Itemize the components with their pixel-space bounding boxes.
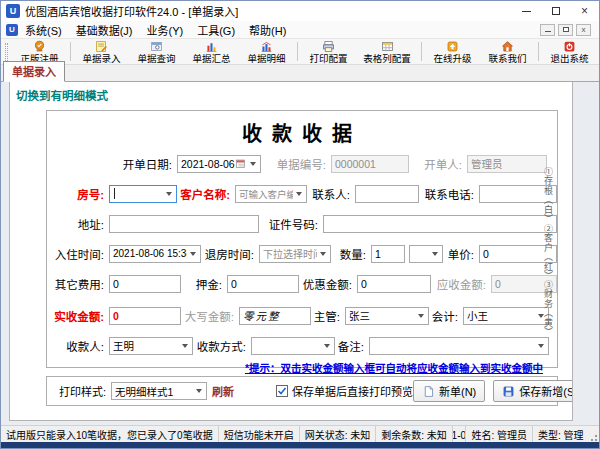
chevron-down-icon[interactable] (535, 338, 547, 354)
save-new-button[interactable]: 保存新增(S) (493, 380, 573, 402)
deposit-field[interactable]: 0 (227, 275, 299, 293)
accountant-combobox[interactable]: 小王 (463, 307, 549, 325)
toolbar-doc-detail-button[interactable]: 单据明细 (239, 39, 294, 64)
auto-preview-checkbox[interactable] (276, 385, 288, 397)
calendar-icon (235, 158, 246, 169)
price-label: 单价: (443, 246, 479, 262)
toolbar-label: 退出系统 (550, 54, 588, 64)
status-gateway: 网关状态: 未知 (300, 426, 377, 442)
mdi-area: 切换到有明细模式 收款收据 开单日期: 2021-08-06 单据编号: 000… (1, 82, 599, 425)
qty-field[interactable]: 1 (371, 245, 405, 263)
received-field[interactable]: 0 (109, 307, 181, 325)
discount-field[interactable]: 0 (357, 275, 431, 293)
toolbar-exit-button[interactable]: 退出系统 (542, 39, 597, 64)
receipt-title: 收款收据 (47, 118, 557, 147)
toolbar-label: 在线升级 (433, 54, 471, 64)
toolbar-grip[interactable] (5, 43, 8, 61)
child-window-icon[interactable]: U (6, 24, 18, 36)
status-bar: 试用版只能录入10笔收据，您已录入了0笔收据 短信功能未开启 网关状态: 未知 … (1, 425, 599, 442)
checkout-combobox[interactable]: 下拉选择时间 (259, 245, 331, 263)
toolbar-doc-query-button[interactable]: 单据查询 (129, 39, 184, 64)
room-no-combobox[interactable] (109, 185, 177, 203)
toolbar-label: 联系我们 (488, 54, 526, 64)
menu-business[interactable]: 业务(Y) (140, 21, 191, 39)
payee-combobox[interactable]: 王明 (109, 337, 193, 355)
toolbar-print-config-button[interactable]: 打印配置 (301, 39, 356, 64)
status-user-type: 类型: 管理 (533, 426, 591, 442)
supervisor-combobox[interactable]: 张三 (345, 307, 429, 325)
chevron-down-icon[interactable] (193, 383, 205, 399)
toolbar: 正版注册 单据录入 单据查询 单据汇总 单据明细 打印配置 表格列配置 (1, 39, 599, 65)
registration-icon (33, 40, 46, 53)
doc-summary-icon (205, 40, 218, 53)
status-remaining: 剩余条数: 未知 (376, 426, 453, 442)
date-dropdown-arrow[interactable] (247, 156, 259, 172)
menu-basic-data[interactable]: 基础数据(J) (69, 21, 140, 39)
app-logo-icon: U (6, 4, 20, 18)
chevron-down-icon[interactable] (293, 186, 305, 202)
open-date-field[interactable]: 2021-08-06 (177, 155, 261, 173)
new-doc-button[interactable]: 新单(N) (413, 380, 485, 402)
discount-label: 优惠金额: (299, 276, 357, 292)
text-caret (114, 188, 115, 199)
status-sms: 短信功能未开启 (219, 426, 300, 442)
maximize-button[interactable] (541, 1, 570, 21)
menu-tools[interactable]: 工具(G) (190, 21, 242, 39)
amount-words-label: 大写金额: (181, 308, 239, 324)
child-minimize-button[interactable] (540, 24, 555, 36)
toolbar-doc-summary-button[interactable]: 单据汇总 (184, 39, 239, 64)
refresh-link[interactable]: 刷新 (212, 383, 234, 399)
remark-combobox[interactable] (369, 337, 549, 355)
close-button[interactable]: × (570, 1, 599, 21)
toolbar-table-columns-button[interactable]: 表格列配置 (356, 39, 418, 64)
child-restore-button[interactable] (558, 24, 573, 36)
receivable-label: 应收金额: (431, 276, 491, 292)
copy-stub-note: ①存根（白） (542, 167, 555, 224)
chevron-down-icon[interactable] (321, 338, 333, 354)
status-trial-info: 试用版只能录入10笔收据，您已录入了0笔收据 (1, 426, 219, 442)
table-columns-icon (381, 40, 394, 53)
chevron-down-icon[interactable] (179, 338, 191, 354)
contact-field[interactable] (355, 185, 419, 203)
qty-unit-combobox[interactable] (409, 245, 443, 263)
remark-label: 备注: (335, 338, 369, 354)
qty-label: 数量: (331, 246, 371, 262)
child-close-button[interactable]: x (576, 24, 591, 36)
switch-mode-link[interactable]: 切换到有明细模式 (10, 82, 108, 103)
menu-help[interactable]: 帮助(H) (242, 21, 293, 39)
chevron-down-icon[interactable] (163, 186, 175, 202)
other-fee-field[interactable]: 0 (109, 275, 181, 293)
chevron-down-icon[interactable] (317, 246, 329, 262)
doc-detail-icon (260, 40, 273, 53)
online-upgrade-icon (446, 40, 459, 53)
payee-label: 收款人: (47, 338, 109, 354)
chevron-down-icon[interactable] (415, 308, 427, 324)
menu-system[interactable]: 系统(S) (18, 21, 69, 39)
customer-combobox[interactable]: 可输入客户编号/名 (235, 185, 307, 203)
minimize-button[interactable] (512, 1, 541, 21)
print-style-combobox[interactable]: 无明细样式1 (111, 382, 207, 400)
receipt-copies-note: ①存根（白） ②客户（红） ③财务（黄） (542, 167, 555, 337)
chevron-down-icon[interactable] (429, 246, 441, 262)
id-no-field[interactable] (323, 215, 557, 233)
chevron-down-icon[interactable] (187, 246, 199, 262)
toolbar-upgrade-button[interactable]: 在线升级 (425, 39, 480, 64)
auto-preview-label: 保存单据后直接打印预览 (292, 383, 413, 399)
toolbar-separator (297, 42, 298, 61)
toolbar-contact-button[interactable]: 联系我们 (480, 39, 535, 64)
tab-doc-entry[interactable]: 单据录入 (3, 61, 65, 82)
print-style-label: 打印样式: (53, 383, 111, 399)
copy-customer-note: ②客户（红） (542, 224, 555, 281)
pay-method-combobox[interactable] (251, 337, 335, 355)
amount-words-field: 零元整 (239, 307, 311, 325)
checkin-combobox[interactable]: 2021-08-06 15:38 (109, 245, 201, 263)
resize-grip[interactable] (591, 426, 599, 442)
address-field[interactable] (109, 215, 259, 233)
window-controls: × (512, 1, 599, 21)
save-icon (502, 385, 515, 398)
received-label: 实收金额: (47, 308, 109, 324)
print-action-bar: 打印样式: 无明细样式1 刷新 保存单据后直接打印预览 新单(N) 保存新增 (46, 376, 558, 406)
contact-label: 联系人: (307, 186, 355, 202)
toolbar-doc-entry-button[interactable]: 单据录入 (74, 39, 129, 64)
doc-no-label: 单据编号: (261, 156, 331, 172)
